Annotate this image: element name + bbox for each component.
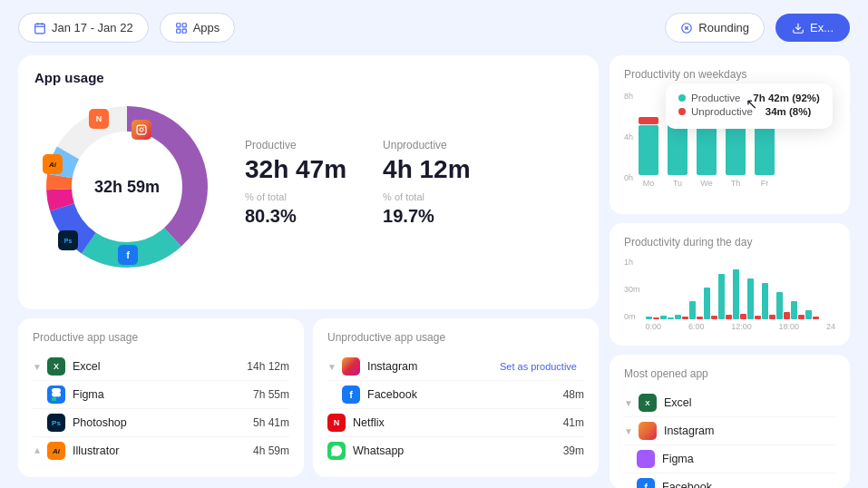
weekday-chart-area: 8h 4h 0h Mo xyxy=(624,88,835,206)
list-item: Figma xyxy=(624,445,835,473)
app-time: 4h 59m xyxy=(253,444,289,457)
day-bars xyxy=(646,256,835,319)
bar-6 xyxy=(689,301,696,319)
list-item: f Facebook 48m xyxy=(327,381,584,409)
app-usage-title: App usage xyxy=(34,70,104,85)
export-button[interactable]: Ex... xyxy=(775,14,850,42)
tooltip-productive-dot xyxy=(678,94,686,102)
date-range-button[interactable]: Jan 17 - Jan 22 xyxy=(18,13,149,43)
bar-22 xyxy=(805,310,812,319)
unproductive-app-usage-card: Unproductive app usage ▼ Instagram Set a… xyxy=(313,318,599,477)
productive-label: Productive xyxy=(245,139,346,151)
app-usage-card: App usage xyxy=(18,55,599,309)
bottom-cards: Productive app usage ▼ X Excel 14h 12m F… xyxy=(18,318,599,477)
export-label: Ex... xyxy=(810,21,834,34)
list-item: ▼ Instagram Set as productive xyxy=(327,353,584,381)
donut-chart: 32h 59m N Ai Ps f xyxy=(36,96,218,278)
top-bar: Jan 17 - Jan 22 Apps Rounding Ex... xyxy=(0,0,868,55)
day-chart-title: Productivity during the day xyxy=(624,236,835,249)
time-label-24: 24 xyxy=(826,322,835,331)
unproductive-apps-title: Unproductive app usage xyxy=(327,331,584,344)
svg-rect-4 xyxy=(176,23,180,26)
excel-icon: X xyxy=(47,357,65,376)
day-bars-wrapper: 0:00 6:00 12:00 18:00 24 xyxy=(646,256,835,331)
day-chart-area: 1h 30m 0m xyxy=(624,256,835,331)
app-time: 14h 12m xyxy=(247,360,289,373)
donut-center-time: 32h 59m xyxy=(94,178,160,197)
time-label-12: 12:00 xyxy=(731,322,752,331)
y-label-8h: 8h xyxy=(624,92,633,101)
stats-container: Productive 32h 47m % of total 80.3% Unpr… xyxy=(245,139,580,227)
bar-5 xyxy=(682,317,688,319)
svg-rect-17 xyxy=(137,125,146,134)
productive-sub: % of total xyxy=(245,191,346,202)
svg-rect-0 xyxy=(35,24,45,33)
list-item: Whatsapp 39m xyxy=(327,437,584,464)
unproductive-value: 4h 12m xyxy=(383,155,471,184)
unproductive-bar-mo xyxy=(639,117,658,124)
ai-icon-overlay: Ai xyxy=(43,154,63,174)
set-as-productive-button[interactable]: Set as productive xyxy=(500,361,577,372)
tooltip-unproductive-label: Unproductive xyxy=(691,106,753,117)
app-name: Facebook xyxy=(367,388,563,401)
app-time: 41m xyxy=(563,416,584,429)
y-label-1h: 1h xyxy=(624,258,640,267)
netflix-icon: N xyxy=(327,414,346,432)
excel-app-icon: X xyxy=(639,394,657,412)
bar-18 xyxy=(776,292,783,319)
productive-bar-mo xyxy=(639,125,658,175)
time-label-18: 18:00 xyxy=(779,322,800,331)
bar-4 xyxy=(675,315,681,319)
app-time: 39m xyxy=(563,444,584,457)
calendar-icon xyxy=(34,22,46,34)
app-time: 5h 41m xyxy=(253,416,289,429)
photoshop-icon: Ps xyxy=(47,414,65,432)
list-item: ▼ Instagram xyxy=(624,417,835,445)
bar-21 xyxy=(798,315,805,319)
bar-17 xyxy=(769,315,775,319)
date-range-label: Jan 17 - Jan 22 xyxy=(52,21,133,34)
ps-icon-overlay: Ps xyxy=(58,230,78,250)
whatsapp-icon xyxy=(327,442,346,460)
apps-label: Apps xyxy=(193,21,220,34)
weekday-bars: Mo Tu xyxy=(639,88,835,188)
tooltip-unproductive-row: Unproductive 34m (8%) xyxy=(678,106,820,117)
bar-group-mo: Mo xyxy=(639,93,658,188)
notion-icon-overlay: N xyxy=(89,109,109,129)
bar-3 xyxy=(668,317,674,319)
app-name: Figma xyxy=(73,388,253,401)
productive-percent: 80.3% xyxy=(245,206,346,227)
rounding-button[interactable]: Rounding xyxy=(665,13,765,43)
list-item: ▼ Ai Illustrator 4h 59m xyxy=(33,437,289,464)
bar-10 xyxy=(718,274,725,319)
app-time: 48m xyxy=(563,388,584,401)
bar-8 xyxy=(704,288,710,319)
app-name: Instagram xyxy=(367,360,500,373)
chevron-down-icon: ▼ xyxy=(33,362,42,372)
productive-stat: Productive 32h 47m % of total 80.3% xyxy=(245,139,346,227)
day-label-mo: Mo xyxy=(643,179,655,188)
right-section: Productivity on weekdays 8h 4h 0h xyxy=(610,55,850,488)
app-name: Photoshop xyxy=(73,416,253,429)
svg-point-19 xyxy=(143,127,144,128)
bar-19 xyxy=(784,312,790,319)
bar-7 xyxy=(697,317,703,319)
facebook-icon: f xyxy=(342,386,360,404)
most-opened-app-card: Most opened app ▼ X Excel ▼ Instagram Fi… xyxy=(610,355,850,488)
apps-button[interactable]: Apps xyxy=(160,13,236,43)
time-label-6: 6:00 xyxy=(688,322,705,331)
app-name: Excel xyxy=(664,396,835,409)
bar-23 xyxy=(813,317,819,319)
bar-0 xyxy=(646,317,652,319)
tooltip-unproductive-dot xyxy=(678,108,686,115)
figma-app-icon xyxy=(637,450,655,468)
rounding-label: Rounding xyxy=(698,21,749,34)
app-name: Facebook xyxy=(662,481,835,488)
unproductive-sub: % of total xyxy=(383,191,471,202)
bar-9 xyxy=(711,316,717,319)
day-label-th: Th xyxy=(731,179,741,188)
left-section: App usage xyxy=(18,55,599,488)
rounding-icon xyxy=(680,22,693,34)
app-name: Netflix xyxy=(353,416,563,429)
chevron-down-icon: ▼ xyxy=(327,362,336,372)
